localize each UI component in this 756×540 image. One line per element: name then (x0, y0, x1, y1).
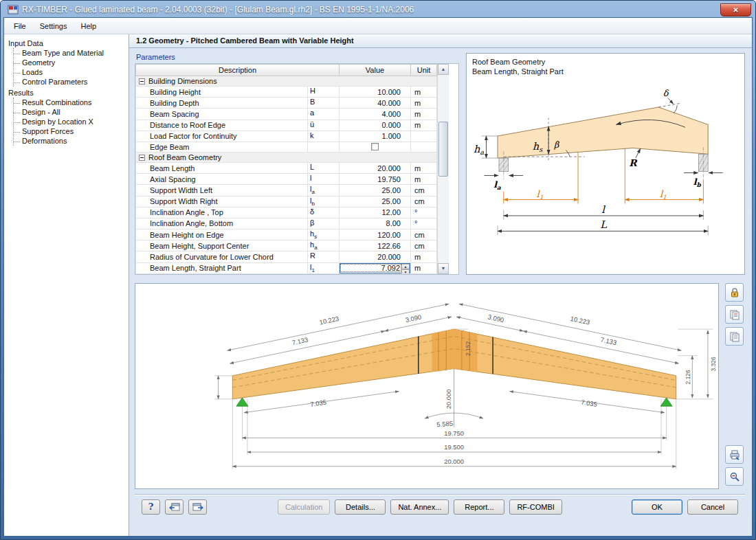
pages-icon (729, 331, 740, 342)
cancel-button[interactable]: Cancel (687, 499, 738, 515)
scrollbar-thumb[interactable] (438, 122, 448, 177)
table-row: Distance to Roof Edge ü 0.000 m (136, 120, 437, 131)
table-row: Beam Length L 20.000 m (136, 162, 437, 173)
collapse-icon[interactable] (139, 155, 145, 161)
print-graphic-button[interactable] (725, 445, 744, 464)
copy-view-button-1[interactable] (725, 305, 744, 324)
beta-label: β (554, 139, 559, 150)
page-title: 1.2 Geometry - Pitched Cambered Beam wit… (129, 34, 752, 48)
param-value[interactable]: 40.000 (340, 98, 411, 109)
param-symbol: L (308, 162, 340, 173)
rf-combi-button[interactable]: RF-COMBI (509, 499, 562, 515)
param-symbol: B (308, 98, 340, 109)
beam-length-straight-part-input[interactable]: 7.092 ▲ ▼ (340, 263, 410, 273)
param-value-spinbox-cell: 7.092 ▲ ▼ (340, 262, 411, 273)
footer-bar: ? Ca (135, 494, 745, 519)
dim-right-total: 3.326 (710, 357, 717, 371)
lock-button[interactable] (725, 283, 744, 302)
sidebar-item-design-all[interactable]: Design - All (14, 107, 129, 117)
param-value[interactable]: 120.00 (340, 229, 411, 240)
app-icon (8, 4, 19, 15)
column-unit: Unit (411, 65, 437, 76)
dim-top-inner-left: 7.133 (291, 336, 309, 347)
spinner[interactable]: ▲ ▼ (401, 264, 410, 273)
diagram-title-line2: Beam Length, Straight Part (472, 67, 740, 76)
printer-icon (729, 449, 740, 460)
param-value[interactable]: 0.000 (340, 120, 411, 131)
table-row: Support Width Right lb 25.00 cm (136, 196, 437, 207)
param-value[interactable]: 20.000 (340, 162, 411, 173)
dim-top-outer-right: 10.223 (570, 315, 590, 326)
sidebar-item-deformations[interactable]: Deformations (14, 136, 129, 146)
table-row: Load Factor for Continuity k 1.000 (136, 131, 437, 142)
table-row: Beam Height on Edge hs 120.00 cm (136, 229, 437, 240)
parameters-table: Description Value Unit Building Dimensio… (135, 63, 459, 275)
help-button[interactable]: ? (142, 499, 160, 515)
param-symbol: δ (308, 207, 340, 218)
sidebar-item-geometry[interactable]: Geometry (14, 58, 129, 67)
nat-annex-button[interactable]: Nat. Annex... (390, 499, 449, 515)
copy-view-button-2[interactable] (725, 327, 744, 346)
parameters-group-label: Parameters (136, 53, 459, 61)
param-value[interactable]: 10.000 (340, 87, 411, 98)
collapse-icon[interactable] (139, 78, 145, 85)
param-value[interactable]: 12.00 (340, 207, 411, 218)
param-value[interactable]: 19.750 (340, 174, 411, 185)
axial-spacing-label: l (601, 203, 605, 215)
param-value[interactable]: 20.000 (340, 251, 411, 262)
jump-to-graphic-button[interactable] (165, 499, 184, 515)
param-symbol: ü (308, 120, 340, 131)
zoom-button[interactable] (725, 467, 744, 486)
menu-file[interactable]: File (7, 20, 33, 32)
tree-section-input-data[interactable]: Input Data (8, 38, 129, 48)
jump-to-table-button[interactable] (188, 499, 207, 515)
sidebar-item-loads[interactable]: Loads (14, 67, 129, 77)
help-icon: ? (148, 502, 154, 512)
details-button[interactable]: Details... (335, 499, 386, 515)
param-value[interactable]: 1.000 (340, 131, 411, 142)
group-row-roof-beam-geometry[interactable]: Roof Beam Geometry (136, 152, 437, 162)
sidebar-item-beam-type-and-material[interactable]: Beam Type and Material (14, 48, 129, 58)
dim-top-apex-left: 3.090 (405, 313, 422, 324)
menu-help[interactable]: Help (74, 20, 103, 32)
param-unit: m (411, 262, 437, 273)
param-value[interactable]: 8.00 (340, 218, 411, 229)
param-symbol: k (308, 131, 340, 142)
dim-span-clear: 19.500 (444, 443, 464, 451)
sidebar-item-support-forces[interactable]: Support Forces (14, 126, 129, 136)
titlebar[interactable]: RX-TIMBER - Glued laminated beam - 2.04.… (3, 1, 753, 17)
param-unit: m (411, 120, 437, 131)
scroll-up-icon[interactable]: ▲ (438, 64, 449, 75)
scroll-down-icon[interactable]: ▼ (438, 263, 449, 274)
close-button[interactable]: ✕ (720, 3, 751, 16)
param-value[interactable]: 25.00 (340, 196, 411, 207)
param-desc: Inclination Angle, Bottom (136, 218, 308, 229)
table-row: Radius of Curvature for Lower Chord R 20… (136, 251, 437, 262)
group-row-building-dimensions[interactable]: Building Dimensions (136, 76, 437, 87)
param-value[interactable]: 122.66 (340, 240, 411, 251)
lb-label: lb (693, 177, 702, 188)
param-unit: m (411, 109, 437, 120)
tree-section-results[interactable]: Results (8, 88, 129, 98)
dim-arc-length: 5.585 (436, 420, 453, 429)
table-scrollbar[interactable]: ▲ ▼ (437, 64, 449, 274)
param-symbol: ha (308, 240, 340, 251)
report-button[interactable]: Report... (454, 499, 504, 515)
menu-settings[interactable]: Settings (33, 20, 74, 32)
total-length-label: L (600, 218, 608, 230)
sidebar-item-result-combinations[interactable]: Result Combinations (14, 98, 129, 107)
param-unit: cm (411, 185, 437, 196)
param-value[interactable]: 4.000 (340, 109, 411, 120)
sidebar-item-control-parameters[interactable]: Control Parameters (14, 77, 129, 87)
calculation-button[interactable]: Calculation (278, 499, 330, 515)
spin-up-icon[interactable]: ▲ (401, 264, 410, 269)
schematic-panel: Roof Beam Geometry Beam Length, Straight… (466, 53, 745, 275)
ok-button[interactable]: OK (632, 499, 682, 515)
column-value: Value (340, 65, 411, 76)
edge-beam-checkbox[interactable] (371, 143, 379, 150)
sidebar-item-design-by-location-x[interactable]: Design by Location X (14, 117, 129, 126)
spin-down-icon[interactable]: ▼ (401, 269, 410, 274)
param-unit: m (411, 174, 437, 185)
param-value[interactable]: 25.00 (340, 185, 411, 196)
left-support-icon (236, 398, 248, 406)
